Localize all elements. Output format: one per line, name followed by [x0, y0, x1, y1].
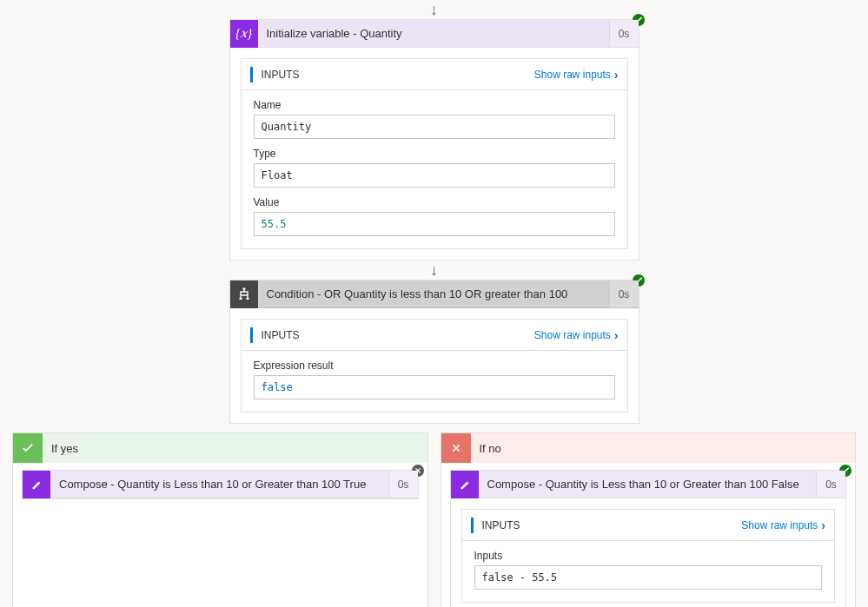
card-title: Condition - OR Quantity is less than 10 … [258, 287, 609, 300]
variable-icon: {𝑥} [230, 20, 258, 48]
field-label-expression: Expression result [254, 360, 615, 372]
chevron-right-icon: › [614, 328, 619, 342]
initialize-variable-card[interactable]: {𝑥} Initialize variable - Quantity 0s IN… [229, 19, 639, 261]
branch-if-no: If no Compose - Quantity is Less than 10… [441, 432, 857, 607]
inputs-panel: INPUTS Show raw inputs › Expression resu… [241, 319, 628, 412]
show-raw-inputs-link[interactable]: Show raw inputs › [534, 328, 619, 342]
compose-false-card[interactable]: Compose - Quantity is Less than 10 or Gr… [450, 470, 847, 607]
inputs-accent-bar [250, 327, 253, 343]
show-raw-inputs-link[interactable]: Show raw inputs › [741, 518, 825, 532]
inputs-panel: INPUTS Show raw inputs › Inputs false - … [461, 509, 836, 603]
inputs-heading: INPUTS [482, 519, 742, 531]
field-value-name: Quantity [254, 115, 615, 139]
card-title: Initialize variable - Quantity [258, 27, 609, 40]
duration-label: 0s [609, 20, 639, 47]
card-header[interactable]: Compose - Quantity is Less than 10 or Gr… [23, 471, 418, 498]
field-label-inputs: Inputs [474, 550, 823, 562]
duration-label: 0s [609, 280, 639, 307]
card-title: Compose - Quantity is Less than 10 or Gr… [479, 478, 817, 491]
field-value-expression: false [254, 375, 615, 399]
inputs-panel: INPUTS Show raw inputs › Name Quantity T… [241, 58, 628, 249]
condition-card[interactable]: Condition - OR Quantity is less than 10 … [229, 280, 639, 424]
svg-rect-2 [242, 287, 245, 289]
arrow-down-icon: ↓ [430, 261, 438, 280]
svg-rect-1 [246, 298, 248, 300]
branch-label: If no [471, 442, 510, 455]
check-icon [13, 433, 43, 463]
field-value-inputs: false - 55.5 [474, 565, 823, 590]
field-label-type: Type [254, 148, 615, 160]
condition-icon [230, 280, 258, 308]
field-value-value: 55.5 [254, 212, 615, 236]
duration-label: 0s [816, 471, 845, 498]
field-label-name: Name [254, 99, 615, 111]
arrow-down-icon: ↓ [430, 0, 438, 19]
card-header[interactable]: Condition - OR Quantity is less than 10 … [230, 280, 639, 308]
branch-if-yes: If yes Compose - Quantity is Less than 1… [12, 432, 428, 607]
inputs-heading: INPUTS [262, 329, 534, 341]
show-raw-inputs-link[interactable]: Show raw inputs › [534, 68, 619, 82]
branch-header-no[interactable]: If no [441, 433, 856, 463]
compose-icon [451, 471, 479, 498]
inputs-accent-bar [250, 67, 253, 82]
duration-label: 0s [388, 471, 418, 498]
compose-true-card[interactable]: Compose - Quantity is Less than 10 or Gr… [22, 470, 419, 499]
compose-icon [23, 471, 50, 498]
x-icon [441, 433, 471, 463]
svg-rect-0 [239, 298, 242, 300]
chevron-right-icon: › [614, 68, 619, 82]
branch-label: If yes [43, 442, 87, 455]
card-header[interactable]: {𝑥} Initialize variable - Quantity 0s [230, 20, 639, 48]
card-header[interactable]: Compose - Quantity is Less than 10 or Gr… [451, 471, 846, 498]
inputs-accent-bar [471, 518, 474, 533]
field-label-value: Value [254, 196, 615, 208]
inputs-heading: INPUTS [262, 69, 534, 81]
field-value-type: Float [254, 163, 615, 188]
chevron-right-icon: › [821, 518, 825, 532]
card-title: Compose - Quantity is Less than 10 or Gr… [50, 478, 388, 491]
branch-header-yes[interactable]: If yes [13, 433, 427, 463]
